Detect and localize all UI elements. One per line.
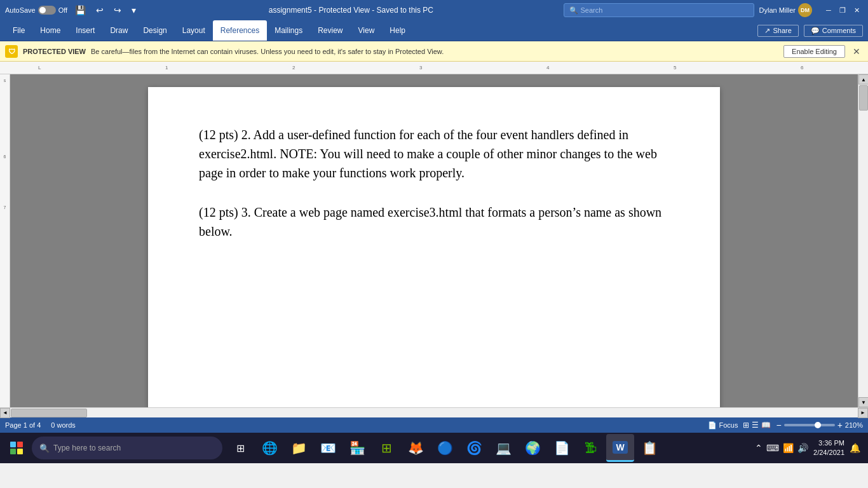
avatar: DM	[798, 3, 812, 17]
taskbar-icons: ⊞ 🌐 📁 📧 🏪 ⊞ 🦊 🔵 🌀 💻 🌍 📄 🗜 W 📋	[226, 434, 663, 462]
print-layout-icon[interactable]: ⊞	[743, 421, 749, 430]
scroll-left-button[interactable]: ◄	[0, 408, 10, 418]
ribbon: File Home Insert Draw Design Layout Refe…	[0, 20, 868, 41]
minimize-button[interactable]: ─	[822, 4, 835, 17]
taskbar-explorer[interactable]: 📁	[285, 434, 313, 462]
ruler-mark: 5	[674, 65, 676, 71]
tab-insert[interactable]: Insert	[68, 20, 102, 41]
customize-icon[interactable]: ▾	[129, 4, 139, 17]
tray-volume[interactable]: 🔊	[797, 443, 808, 453]
search-box[interactable]: 🔍	[564, 3, 754, 17]
taskbar-7zip[interactable]: 🗜	[577, 434, 605, 462]
system-tray: ⌃ ⌨ 📶 🔊	[755, 443, 808, 453]
taskbar-search-icon: 🔍	[39, 444, 50, 453]
tab-review[interactable]: Review	[310, 20, 350, 41]
scroll-down-button[interactable]: ▼	[858, 397, 868, 407]
scroll-thumb[interactable]	[859, 85, 868, 111]
taskbar-app2[interactable]: 📋	[635, 434, 663, 462]
tab-design[interactable]: Design	[135, 20, 174, 41]
ruler-mark: 3	[419, 65, 422, 71]
zoom-slider[interactable]	[784, 424, 835, 426]
tab-mailings[interactable]: Mailings	[267, 20, 310, 41]
restore-button[interactable]: ❐	[836, 4, 849, 17]
read-mode-icon[interactable]: 📖	[761, 421, 771, 430]
protected-view-message: Be careful—files from the Internet can c…	[91, 48, 778, 55]
close-button[interactable]: ✕	[850, 4, 863, 17]
tab-draw[interactable]: Draw	[102, 20, 135, 41]
tray-keyboard[interactable]: ⌨	[766, 443, 779, 453]
comments-icon: 💬	[811, 27, 820, 35]
status-left: Page 1 of 4 0 words	[5, 421, 76, 429]
scroll-track[interactable]	[858, 85, 868, 397]
autosave-label: AutoSave	[5, 6, 36, 14]
taskbar-taskview[interactable]: ⊞	[226, 434, 254, 462]
tab-file[interactable]: File	[5, 20, 32, 41]
word-icon: W	[613, 441, 627, 454]
horizontal-scrollbar[interactable]: ◄ ►	[0, 407, 868, 417]
ruler-mark: 2	[292, 65, 295, 71]
taskbar-firefox[interactable]: 🦊	[402, 434, 430, 462]
clock[interactable]: 3:36 PM 2/24/2021	[813, 438, 844, 458]
taskbar-terminal[interactable]: 💻	[489, 434, 517, 462]
title-bar-title: assignment5 - Protected View - Saved to …	[139, 6, 563, 15]
tray-network[interactable]: 📶	[783, 443, 794, 453]
document-page: (12 pts) 2. Add a user-defined function …	[148, 87, 720, 407]
clock-date: 2/24/2021	[813, 448, 844, 458]
shield-icon: 🛡	[5, 45, 18, 58]
taskbar-tiles[interactable]: ⊞	[372, 434, 400, 462]
start-button[interactable]	[3, 434, 31, 462]
zoom-out-button[interactable]: −	[776, 420, 781, 430]
protected-view-bar: 🛡 PROTECTED VIEW Be careful—files from t…	[0, 41, 868, 62]
focus-label[interactable]: 📄 Focus	[708, 421, 738, 430]
user-badge: Dylan Miller DM	[759, 3, 812, 17]
scroll-right-button[interactable]: ►	[858, 408, 868, 418]
tab-help[interactable]: Help	[382, 20, 413, 41]
document-area[interactable]: (12 pts) 2. Add a user-defined function …	[10, 74, 858, 407]
enable-editing-button[interactable]: Enable Editing	[783, 45, 845, 58]
tab-layout[interactable]: Layout	[175, 20, 213, 41]
vertical-scrollbar[interactable]: ▲ ▼	[858, 74, 868, 407]
h-scroll-track[interactable]	[10, 408, 858, 417]
zoom-level: 210%	[845, 421, 863, 429]
taskbar-store[interactable]: 🏪	[343, 434, 371, 462]
comments-button[interactable]: 💬 Comments	[804, 25, 863, 37]
autosave-state: Off	[58, 6, 67, 14]
notification-button[interactable]: 🔔	[850, 443, 860, 453]
undo-icon[interactable]: ↩	[93, 4, 106, 17]
web-layout-icon[interactable]: ☰	[752, 421, 759, 430]
ruler: L 1 2 3 4 5 6	[0, 62, 868, 74]
close-protected-bar-button[interactable]: ✕	[850, 46, 863, 57]
taskbar-acrobat[interactable]: 📄	[548, 434, 576, 462]
title-bar-left: AutoSave Off 💾 ↩ ↪ ▾	[5, 4, 139, 17]
page-info: Page 1 of 4	[5, 421, 41, 429]
tab-view[interactable]: View	[351, 20, 383, 41]
taskbar-search-placeholder: Type here to search	[53, 444, 121, 452]
taskbar-word[interactable]: W	[606, 434, 634, 462]
taskbar-chrome[interactable]: 🔵	[431, 434, 459, 462]
share-button[interactable]: ↗ Share	[757, 25, 798, 37]
view-icons: ⊞ ☰ 📖	[743, 421, 771, 430]
search-input[interactable]	[581, 6, 740, 14]
h-scroll-thumb[interactable]	[11, 409, 87, 417]
scroll-up-button[interactable]: ▲	[858, 74, 868, 85]
user-name: Dylan Miller	[759, 6, 796, 14]
save-icon[interactable]: 💾	[72, 4, 88, 17]
tab-references[interactable]: References	[213, 20, 267, 41]
taskbar-edge2[interactable]: 🌀	[460, 434, 488, 462]
redo-icon[interactable]: ↪	[111, 4, 124, 17]
taskbar-network[interactable]: 🌍	[519, 434, 546, 462]
status-bar: Page 1 of 4 0 words 📄 Focus ⊞ ☰ 📖 − + 21…	[0, 417, 868, 433]
taskbar-outlook[interactable]: 📧	[314, 434, 342, 462]
autosave-toggle[interactable]	[38, 6, 56, 15]
search-icon: 🔍	[569, 6, 578, 15]
tab-home[interactable]: Home	[32, 20, 68, 41]
left-ruler: s 6 7	[0, 74, 10, 407]
protected-view-label: PROTECTED VIEW	[23, 48, 86, 55]
taskbar-search-box[interactable]: 🔍 Type here to search	[32, 437, 222, 459]
zoom-thumb[interactable]	[815, 422, 821, 428]
ruler-mark: 6	[801, 65, 803, 71]
taskbar-edge[interactable]: 🌐	[255, 434, 283, 462]
tray-up-arrow[interactable]: ⌃	[755, 443, 763, 453]
zoom-in-button[interactable]: +	[837, 420, 843, 430]
ribbon-tabs: File Home Insert Draw Design Layout Refe…	[0, 20, 868, 41]
